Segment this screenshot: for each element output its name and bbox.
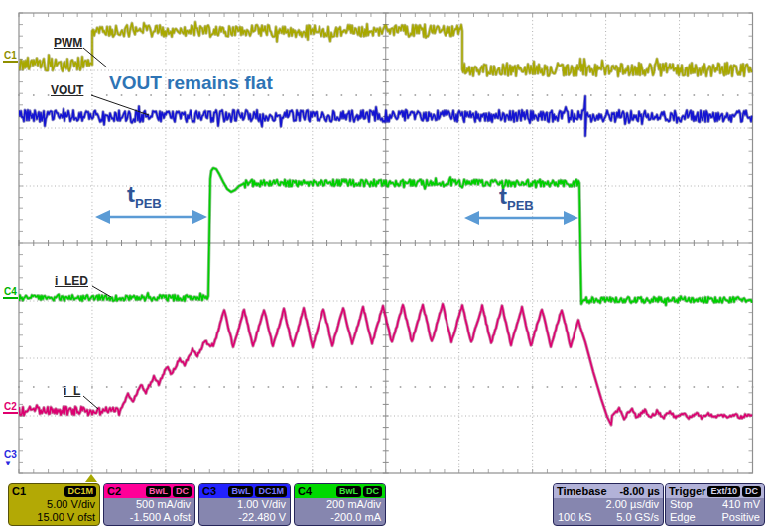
channel-box-c3[interactable]: C3 BwLDC1M 1.00 V/div -22.480 V — [198, 483, 291, 526]
offscreen-down-arrow-icon: ▼ — [4, 460, 17, 466]
channel-box-c4-body: 200 mA/div -200.0 mA — [295, 498, 385, 524]
channel-scale: 500 mA/div — [108, 498, 191, 511]
timebase-box[interactable]: Timebase -8.00 µs 2.00 µs/div 100 kS5.0 … — [553, 483, 664, 526]
trigger-kind: Edge — [670, 511, 696, 524]
channel-box-c3-body: 1.00 V/div -22.480 V — [199, 498, 290, 524]
timebase-delay: -8.00 µs — [619, 485, 660, 497]
timebase-header: Timebase -8.00 µs — [554, 484, 663, 498]
pwm-trace-label: PWM — [54, 36, 82, 50]
channel-scale: 1.00 V/div — [203, 498, 286, 511]
il-trace-label: i_L — [64, 384, 80, 398]
tpeb-sub: PEB — [507, 199, 534, 213]
timebase-title: Timebase — [557, 485, 607, 497]
channel-offset: -22.480 V — [203, 511, 286, 524]
tpeb-annotation-1: tPEB — [127, 183, 162, 216]
coupling-badge: DC — [173, 486, 192, 497]
trigger-slope: Positive — [721, 511, 760, 524]
trigger-coupling-badge: DC — [742, 486, 761, 497]
trigger-title: Trigger — [669, 485, 705, 497]
channel-marker-c1[interactable]: C1 — [3, 50, 18, 63]
tpeb-annotation-2: tPEB — [499, 185, 534, 218]
coupling-badge: DC1M — [64, 486, 96, 497]
trigger-source-badge: Ext/10 — [707, 486, 740, 497]
channel-scale: 200 mA/div — [299, 498, 381, 511]
channel-id: C4 — [298, 485, 312, 497]
timebase-body: 2.00 µs/div 100 kS5.0 GS/s — [554, 498, 663, 524]
channel-box-c1-body: 5.00 V/div 15.00 V ofst — [9, 498, 99, 524]
iled-trace-label: i_LED — [55, 274, 88, 288]
channel-offset: -200.0 mA — [299, 511, 381, 524]
channel-id: C2 — [107, 485, 121, 497]
timebase-samples: 100 kS — [558, 511, 591, 524]
trigger-position-marker-icon[interactable] — [85, 474, 97, 482]
oscilloscope-screen: PWM VOUT i_LED i_L VOUT remains flat tPE… — [0, 0, 767, 532]
channel-box-c2-body: 500 mA/div -1.500 A ofst — [104, 498, 194, 524]
channel-offset: -1.500 A ofst — [108, 511, 191, 524]
channel-id: C3 — [202, 485, 216, 497]
channel-offset: 15.00 V ofst — [13, 511, 95, 524]
trigger-box[interactable]: Trigger Ext/10DC Stop410 mV EdgePositive — [665, 483, 765, 526]
tpeb-sub: PEB — [135, 197, 162, 211]
trigger-body: Stop410 mV EdgePositive — [666, 498, 764, 524]
timebase-rate: 5.0 GS/s — [616, 511, 659, 524]
channel-box-c4-header: C4 BwLDC — [295, 484, 385, 498]
channel-box-c1[interactable]: C1 DC1M 5.00 V/div 15.00 V ofst — [8, 483, 100, 526]
vout-note: VOUT remains flat — [109, 72, 273, 94]
channel-box-c3-header: C3 BwLDC1M — [199, 484, 290, 498]
trigger-header: Trigger Ext/10DC — [666, 484, 764, 498]
channel-box-c2-header: C2 BwLDC — [104, 484, 194, 498]
channel-id: C1 — [12, 485, 26, 497]
channel-marker-c3-offscreen[interactable]: C3▼ — [3, 449, 18, 468]
channel-marker-c2[interactable]: C2 — [3, 401, 18, 414]
channel-box-c4[interactable]: C4 BwLDC 200 mA/div -200.0 mA — [294, 483, 386, 526]
channel-box-c2[interactable]: C2 BwLDC 500 mA/div -1.500 A ofst — [103, 483, 195, 526]
bwl-badge: BwL — [146, 486, 171, 497]
timebase-scale: 2.00 µs/div — [558, 498, 659, 511]
trigger-mode: Stop — [670, 498, 693, 511]
bwl-badge: BwL — [336, 486, 361, 497]
channel-marker-c4[interactable]: C4 — [3, 286, 18, 299]
channel-scale: 5.00 V/div — [13, 498, 95, 511]
channel-box-c1-header: C1 DC1M — [9, 484, 99, 498]
vout-trace-label: VOUT — [51, 83, 83, 97]
coupling-badge: DC — [363, 486, 382, 497]
coupling-badge: DC1M — [255, 486, 287, 497]
bwl-badge: BwL — [228, 486, 253, 497]
tpeb-t: t — [127, 181, 135, 207]
tpeb-t: t — [499, 183, 507, 209]
trigger-level: 410 mV — [722, 498, 760, 511]
